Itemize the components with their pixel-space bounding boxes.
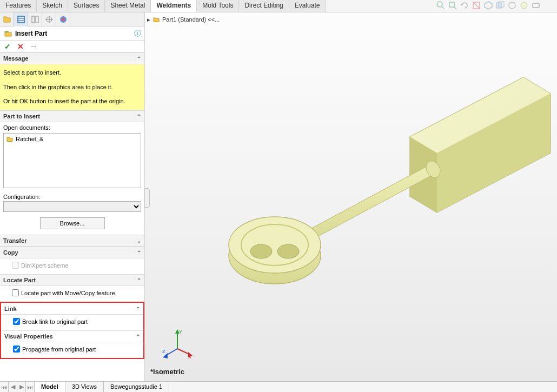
dimxpert-checkbox-row: DimXpert scheme (12, 262, 141, 269)
link-header[interactable]: Link ⌃ (1, 303, 143, 315)
display-style-icon[interactable] (483, 1, 493, 10)
svg-rect-16 (36, 16, 38, 23)
svg-marker-4 (460, 4, 463, 5)
tab-sketch[interactable]: Sketch (37, 0, 68, 12)
breadcrumb-part: Part1 (Standard) <<... (162, 16, 220, 23)
svg-point-0 (437, 2, 442, 7)
message-header[interactable]: Message ⌃ (0, 52, 144, 64)
model-graphic (177, 77, 556, 304)
visual-properties-section: Visual Properties ⌃ Propagate from origi… (1, 330, 143, 358)
tab-features[interactable]: Features (0, 0, 37, 12)
bottom-tab-model[interactable]: Model (35, 382, 65, 392)
panel-tab-config-manager[interactable] (28, 12, 42, 26)
bottom-tab-motion-study[interactable]: Bewegungsstudie 1 (104, 382, 169, 392)
svg-text:Y: Y (179, 329, 182, 335)
chevron-up-icon: ⌃ (136, 334, 140, 340)
zoom-fit-icon[interactable] (436, 1, 446, 10)
chevron-down-icon: ⌄ (137, 238, 141, 244)
svg-rect-11 (533, 3, 539, 8)
svg-point-21 (5, 31, 8, 33)
copy-section: Copy ⌃ DimXpert scheme (0, 247, 144, 274)
configuration-label: Configuration: (3, 194, 141, 200)
panel-tab-property-manager[interactable] (14, 12, 28, 26)
chevron-right-icon: ▸ (147, 16, 150, 23)
message-body: Select a part to insert. Then click in t… (0, 64, 144, 110)
previous-view-icon[interactable] (460, 1, 469, 10)
copy-header[interactable]: Copy ⌃ (0, 247, 144, 258)
quick-view-toolbar (436, 1, 541, 10)
chevron-up-icon: ⌃ (137, 56, 141, 62)
svg-rect-15 (32, 16, 35, 23)
link-section: Link ⌃ Break link to original part (1, 303, 143, 330)
open-documents-list[interactable]: Ratchet_& (3, 133, 141, 188)
visual-properties-header[interactable]: Visual Properties ⌃ (1, 330, 143, 342)
view-orientation-label: *Isometric (150, 368, 184, 376)
svg-rect-12 (18, 16, 24, 23)
part-to-insert-header[interactable]: Part to Insert ⌃ (0, 110, 144, 122)
message-section: Message ⌃ Select a part to insert. Then … (0, 52, 144, 110)
svg-marker-6 (485, 2, 492, 9)
view-settings-icon[interactable] (531, 1, 541, 10)
tab-moldtools[interactable]: Mold Tools (197, 0, 239, 12)
list-item[interactable]: Ratchet_& (4, 134, 141, 144)
panel-tab-feature-tree[interactable] (0, 12, 14, 26)
svg-text:X: X (188, 354, 191, 360)
first-tab-button[interactable]: ⏮ (0, 382, 9, 392)
break-link-checkbox[interactable] (13, 318, 20, 325)
propagate-row[interactable]: Propagate from original part (13, 346, 140, 353)
bottom-tab-bar: ⏮ ◀ ▶ ⏭ Model 3D Views Bewegungsstudie 1 (0, 381, 557, 392)
pm-title: Insert Part (15, 30, 134, 37)
svg-point-9 (509, 2, 515, 9)
svg-point-30 (250, 244, 272, 258)
pin-button[interactable]: ⊣ (30, 42, 37, 51)
locate-move-copy-checkbox[interactable] (12, 289, 19, 296)
section-view-icon[interactable] (472, 1, 481, 10)
graphics-viewport[interactable]: ▸ Part1 (Standard) <<... (145, 12, 557, 381)
cancel-button[interactable]: ✕ (17, 42, 24, 51)
last-tab-button[interactable]: ⏭ (26, 382, 35, 392)
panel-tab-dimxpert[interactable] (42, 12, 56, 26)
open-documents-label: Open documents: (3, 124, 141, 131)
scene-icon[interactable] (519, 1, 529, 10)
property-manager-panel: Insert Part ⓘ ✓ ✕ ⊣ Message ⌃ Select a p… (0, 12, 145, 381)
tab-surfaces[interactable]: Surfaces (68, 0, 105, 12)
svg-line-1 (442, 6, 444, 9)
svg-point-20 (60, 16, 67, 23)
chevron-up-icon: ⌃ (137, 277, 141, 283)
tab-evaluate[interactable]: Evaluate (289, 0, 326, 12)
transfer-header[interactable]: Transfer ⌄ (0, 235, 144, 247)
ok-button[interactable]: ✓ (4, 42, 11, 51)
tab-sheetmetal[interactable]: Sheet Metal (105, 0, 151, 12)
propagate-checkbox[interactable] (13, 346, 20, 353)
svg-point-10 (521, 2, 527, 9)
tab-directediting[interactable]: Direct Editing (239, 0, 289, 12)
help-icon[interactable]: ⓘ (134, 29, 141, 38)
chevron-up-icon: ⌃ (137, 114, 141, 119)
locate-part-header[interactable]: Locate Part ⌃ (0, 274, 144, 286)
view-triad[interactable]: Y X Z (161, 327, 194, 360)
appearance-icon[interactable] (507, 1, 517, 10)
panel-tabs (0, 12, 144, 26)
locate-part-section: Locate Part ⌃ Locate part with Move/Copy… (0, 274, 144, 302)
dimxpert-checkbox (12, 262, 19, 269)
pm-title-row: Insert Part ⓘ (0, 26, 144, 41)
prev-tab-button[interactable]: ◀ (9, 382, 17, 392)
zoom-area-icon[interactable] (448, 1, 457, 10)
configuration-select[interactable] (3, 201, 141, 212)
panel-tab-display-manager[interactable] (56, 12, 70, 26)
break-link-row[interactable]: Break link to original part (13, 318, 140, 325)
svg-point-31 (277, 244, 299, 258)
hide-show-icon[interactable] (495, 1, 505, 10)
svg-rect-2 (449, 2, 454, 7)
panel-expand-handle[interactable] (144, 188, 150, 208)
next-tab-button[interactable]: ▶ (17, 382, 26, 392)
svg-line-3 (454, 7, 456, 9)
bottom-tab-3dviews[interactable]: 3D Views (65, 382, 104, 392)
part-to-insert-section: Part to Insert ⌃ Open documents: Ratchet… (0, 110, 144, 235)
browse-button[interactable]: Browse... (40, 217, 105, 229)
locate-move-copy-row[interactable]: Locate part with Move/Copy feature (12, 289, 141, 296)
transfer-section: Transfer ⌄ (0, 235, 144, 247)
tab-weldments[interactable]: Weldments (151, 0, 197, 12)
breadcrumb[interactable]: ▸ Part1 (Standard) <<... (147, 16, 220, 23)
ok-cancel-row: ✓ ✕ ⊣ (0, 41, 144, 52)
